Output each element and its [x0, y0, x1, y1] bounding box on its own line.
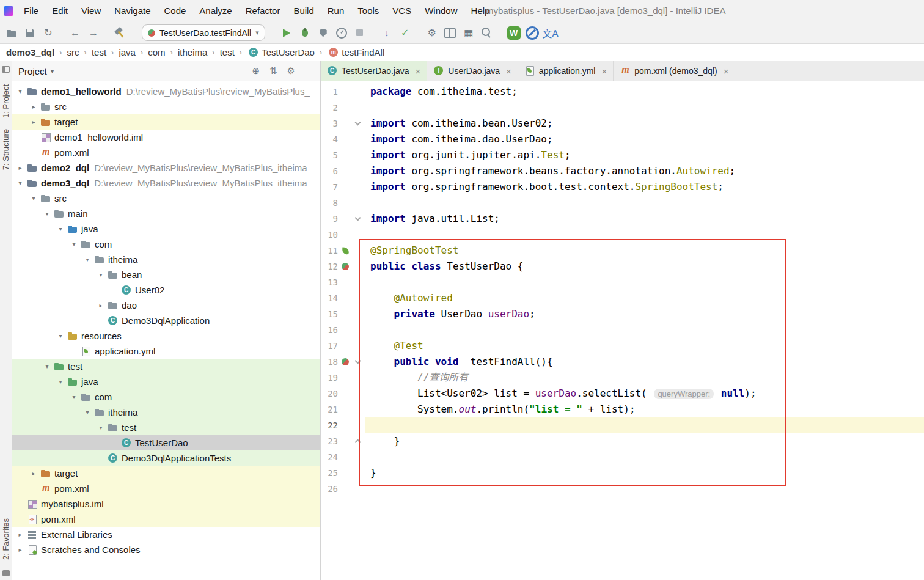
breadcrumb-item-java[interactable]: java	[119, 47, 136, 57]
vcs-commit-icon[interactable]: ✓	[396, 24, 414, 42]
code-text[interactable]: @Test	[365, 338, 924, 354]
editor[interactable]: 1package com.itheima.test;23import com.i…	[321, 81, 924, 580]
tree-row-testuserdao[interactable]: TestUserDao	[12, 435, 320, 450]
tree-row-target[interactable]: ▸target	[12, 114, 320, 130]
tree-row-external-libraries[interactable]: ▸External Libraries	[12, 527, 320, 542]
spring-bean-icon[interactable]	[342, 247, 349, 254]
run-test-icon[interactable]	[342, 358, 349, 365]
code-text[interactable]	[365, 417, 924, 433]
tool-window-button-1-project[interactable]: 1: Project	[1, 84, 10, 118]
fold-marker-icon[interactable]	[354, 439, 361, 446]
forward-icon[interactable]: →	[84, 24, 103, 42]
menu-item-vcs[interactable]: VCS	[386, 0, 418, 22]
tool-window-button-2-favorites[interactable]: 2: Favorites	[1, 518, 10, 560]
tree-collapsed-arrow-icon[interactable]: ▸	[15, 546, 26, 553]
menu-item-code[interactable]: Code	[157, 0, 193, 22]
translation-plugin-icon[interactable]: W	[507, 26, 521, 40]
code-text[interactable]: import java.util.List;	[365, 211, 924, 227]
code-text[interactable]: @SpringBootTest	[365, 243, 924, 259]
tree-collapsed-arrow-icon[interactable]: ▸	[95, 302, 106, 309]
code-text[interactable]	[365, 322, 924, 338]
code-text[interactable]	[365, 274, 924, 290]
run-config-select[interactable]: TestUserDao.testFindAll▾	[142, 24, 265, 41]
menu-item-tools[interactable]: Tools	[351, 0, 386, 22]
tree-row-test[interactable]: ▾test	[12, 359, 320, 374]
menu-item-window[interactable]: Window	[418, 0, 464, 22]
code-text[interactable]	[365, 100, 924, 116]
tree-expanded-arrow-icon[interactable]: ▾	[82, 409, 93, 416]
tree-row-main[interactable]: ▾main	[12, 206, 320, 221]
tree-expanded-arrow-icon[interactable]: ▾	[95, 424, 106, 431]
tree-row-com[interactable]: ▾com	[12, 389, 320, 405]
tree-expanded-arrow-icon[interactable]: ▾	[15, 88, 26, 95]
tree-expanded-arrow-icon[interactable]: ▾	[95, 271, 106, 278]
build-icon[interactable]	[111, 24, 130, 42]
collapse-all-icon[interactable]: ⇅	[270, 65, 277, 76]
alibaba-guidelines-icon[interactable]	[523, 24, 541, 42]
tree-row-com[interactable]: ▾com	[12, 237, 320, 252]
tree-collapsed-arrow-icon[interactable]: ▸	[28, 119, 39, 125]
tree-expanded-arrow-icon[interactable]: ▾	[42, 363, 53, 370]
code-text[interactable]: @Autowired	[365, 290, 924, 306]
tool-window-icon[interactable]	[2, 66, 10, 73]
code-text[interactable]	[365, 449, 924, 465]
tree-row-test[interactable]: ▾test	[12, 420, 320, 435]
tree-expanded-arrow-icon[interactable]: ▾	[55, 226, 66, 232]
tree-row-bean[interactable]: ▾bean	[12, 267, 320, 282]
project-structure-icon[interactable]	[441, 24, 460, 42]
tab-application-yml[interactable]: application.yml×	[518, 61, 614, 81]
tree-row-application-yml[interactable]: application.yml	[12, 343, 320, 359]
breadcrumb-item-testfindall[interactable]: testFindAll	[327, 47, 384, 57]
menu-item-refactor[interactable]: Refactor	[239, 0, 287, 22]
open-icon[interactable]	[2, 24, 21, 42]
tree-expanded-arrow-icon[interactable]: ▾	[15, 180, 26, 186]
tree-row-pom-xml[interactable]: pom.xml	[12, 512, 320, 527]
close-icon[interactable]: ×	[601, 66, 607, 76]
tree-row-scratches-and-consoles[interactable]: ▸Scratches and Consoles	[12, 542, 320, 557]
tree-row-demo3dqlapplication[interactable]: Demo3DqlApplication	[12, 313, 320, 328]
menu-item-run[interactable]: Run	[321, 0, 351, 22]
tree-collapsed-arrow-icon[interactable]: ▸	[15, 531, 26, 538]
save-all-icon[interactable]	[21, 24, 39, 42]
tree-expanded-arrow-icon[interactable]: ▾	[42, 210, 53, 217]
tree-row-pom-xml[interactable]: pom.xml	[12, 481, 320, 496]
chevron-down-icon[interactable]: ▾	[51, 67, 54, 75]
tab-userdao-java[interactable]: UserDao.java×	[427, 61, 518, 81]
menu-item-edit[interactable]: Edit	[45, 0, 75, 22]
settings-wrench-icon[interactable]: ⚙	[423, 24, 441, 42]
settings-gear-icon[interactable]: ⚙	[287, 65, 295, 76]
code-text[interactable]: List<User02> list = userDao.selectList( …	[365, 386, 924, 402]
back-icon[interactable]: ←	[66, 24, 84, 42]
breadcrumb-item-test[interactable]: test	[220, 47, 235, 57]
tree-expanded-arrow-icon[interactable]: ▾	[68, 394, 79, 400]
tab-testuserdao-java[interactable]: TestUserDao.java×	[321, 61, 427, 81]
menu-item-analyze[interactable]: Analyze	[193, 0, 238, 22]
translate-icon[interactable]: 文A	[541, 24, 560, 42]
menu-item-build[interactable]: Build	[287, 0, 320, 22]
tree-expanded-arrow-icon[interactable]: ▾	[55, 378, 66, 385]
fold-marker-icon[interactable]	[354, 215, 361, 221]
tree-row-java[interactable]: ▾java	[12, 374, 320, 389]
hide-panel-icon[interactable]: —	[305, 65, 314, 76]
close-icon[interactable]: ×	[724, 66, 729, 76]
breadcrumb-item-com[interactable]: com	[148, 47, 165, 57]
sync-icon[interactable]: ↻	[39, 24, 57, 42]
tree-collapsed-arrow-icon[interactable]: ▸	[15, 164, 26, 171]
tree-row-src[interactable]: ▾src	[12, 191, 320, 206]
tree-row-pom-xml[interactable]: pom.xml	[12, 145, 320, 160]
code-text[interactable]: }	[365, 433, 924, 449]
code-text[interactable]: import com.itheima.dao.UserDao;	[365, 131, 924, 147]
tree-row-demo1-helloworld-iml[interactable]: demo1_helloworld.iml	[12, 130, 320, 145]
tree-row-demo3-dql[interactable]: ▾demo3_dqlD:\review_MyBatisPlus\review_M…	[12, 175, 320, 191]
code-text[interactable]: import org.springframework.boot.test.con…	[365, 179, 924, 195]
breadcrumb-item-testuserdao[interactable]: TestUserDao	[247, 47, 315, 57]
locate-file-icon[interactable]: ⊕	[252, 65, 260, 76]
tree-row-demo2-dql[interactable]: ▸demo2_dqlD:\review_MyBatisPlus\review_M…	[12, 160, 320, 175]
run-icon[interactable]	[277, 24, 296, 42]
code-text[interactable]	[365, 195, 924, 211]
tree-row-resources[interactable]: ▾resources	[12, 328, 320, 343]
tree-expanded-arrow-icon[interactable]: ▾	[68, 241, 79, 248]
breadcrumb-item-src[interactable]: src	[67, 47, 79, 57]
fold-marker-icon[interactable]	[354, 120, 361, 126]
code-text[interactable]: import org.springframework.beans.factory…	[365, 163, 924, 179]
